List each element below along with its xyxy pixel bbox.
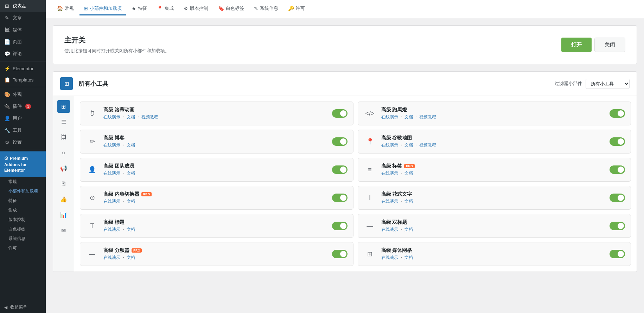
widget-pro-badge-tags: PRO bbox=[404, 164, 415, 168]
tab-integrations[interactable]: 📍 集成 bbox=[153, 2, 178, 15]
widget-link-divider-0[interactable]: 在线演示 bbox=[103, 255, 120, 261]
sidebar-item-users[interactable]: 👤 用户 bbox=[0, 112, 46, 124]
widget-toggle-team[interactable] bbox=[332, 165, 347, 174]
widget-info-lottie: 高级 洛蒂动画在线演示・文档・视频教程 bbox=[103, 107, 327, 120]
widget-link-media-grid-0[interactable]: 在线演示 bbox=[381, 255, 398, 261]
divider-1 bbox=[0, 61, 46, 61]
tab-sysinfo[interactable]: ✎ 系统信息 bbox=[250, 2, 282, 15]
icon-sidebar-grid[interactable]: ⊞ bbox=[57, 100, 70, 113]
widget-pro-badge-content-switcher: PRO bbox=[141, 192, 152, 196]
sidebar-item-media[interactable]: 🖼 媒体 bbox=[0, 24, 46, 36]
widget-link-title-1[interactable]: 文档 bbox=[127, 227, 135, 233]
widget-link-content-switcher-0[interactable]: 在线演示 bbox=[103, 198, 120, 204]
widget-link-fancy-text-1[interactable]: 文档 bbox=[404, 198, 413, 204]
sidebar-sub-widgets[interactable]: 小部件和加载项 bbox=[0, 187, 46, 196]
widget-link-blog-0[interactable]: 在线演示 bbox=[103, 142, 120, 148]
widget-link-ticker-0[interactable]: 在线演示 bbox=[381, 114, 398, 120]
widget-card-maps: 📍高级 谷歌地图在线演示・文档・视频教程 bbox=[358, 130, 631, 154]
widget-link-team-0[interactable]: 在线演示 bbox=[103, 170, 120, 176]
widget-link-ticker-2[interactable]: 视频教程 bbox=[419, 114, 436, 120]
widget-link-fancy-text-0[interactable]: 在线演示 bbox=[381, 198, 398, 204]
widget-toggle-fancy-text[interactable] bbox=[610, 194, 625, 202]
widget-link-maps-2[interactable]: 视频教程 bbox=[419, 142, 436, 148]
sidebar-item-plugins[interactable]: 🔌 插件 1 bbox=[0, 100, 46, 112]
widget-link-dual-header-1[interactable]: 文档 bbox=[404, 227, 413, 233]
sidebar-item-appearance[interactable]: 🎨 外观 bbox=[0, 89, 46, 100]
widget-card-team: 👤高级 团队成员在线演示・文档 bbox=[80, 158, 353, 182]
widget-link-lottie-2[interactable]: 视频教程 bbox=[141, 114, 158, 120]
sidebar-item-elementor[interactable]: ⚡ Elementor bbox=[0, 63, 46, 74]
widget-toggle-maps[interactable] bbox=[610, 137, 625, 146]
widget-link-maps-0[interactable]: 在线演示 bbox=[381, 142, 398, 148]
sidebar-sub-whitelist[interactable]: 白色标签 bbox=[0, 224, 46, 234]
icon-sidebar-megaphone[interactable]: 📢 bbox=[57, 162, 70, 175]
sidebar-item-tools[interactable]: 🔧 工具 bbox=[0, 124, 46, 136]
tab-license[interactable]: 🔑 许可 bbox=[284, 2, 309, 15]
widget-links-dual-header: 在线演示・文档 bbox=[381, 227, 605, 233]
widget-link-ticker-1[interactable]: 文档 bbox=[404, 114, 413, 120]
sidebar-sub-features[interactable]: 特征 bbox=[0, 196, 46, 206]
widget-links-title: 在线演示・文档 bbox=[103, 227, 327, 233]
widget-toggle-media-grid[interactable] bbox=[610, 250, 625, 258]
widget-toggle-title[interactable] bbox=[332, 222, 347, 230]
widget-info-divider: 高级 分频器PRO在线演示・文档 bbox=[103, 247, 327, 261]
sidebar-sub-integrations[interactable]: 集成 bbox=[0, 206, 46, 215]
widget-link-dual-header-0[interactable]: 在线演示 bbox=[381, 227, 398, 233]
widget-link-blog-1[interactable]: 文档 bbox=[127, 142, 135, 148]
comments-icon: 💬 bbox=[4, 51, 10, 57]
sidebar-sub-license[interactable]: 许可 bbox=[0, 243, 46, 253]
tab-general[interactable]: 🏠 常规 bbox=[53, 2, 78, 15]
sidebar-item-templates[interactable]: 📋 Templates bbox=[0, 74, 46, 85]
widget-links-tags: 在线演示・文档 bbox=[381, 170, 605, 176]
widget-link-tags-0[interactable]: 在线演示 bbox=[381, 170, 398, 176]
widget-info-ticker: 高级 跑馬燈在线演示・文档・视频教程 bbox=[381, 107, 605, 120]
master-switch-off-button[interactable]: 关闭 bbox=[594, 38, 625, 52]
widget-toggle-divider[interactable] bbox=[332, 250, 347, 258]
widget-link-maps-1[interactable]: 文档 bbox=[404, 142, 413, 148]
icon-sidebar-chart[interactable]: 📊 bbox=[57, 208, 70, 221]
sidebar-premium-addons[interactable]: ⊙ Premium Addons for Elementor bbox=[0, 151, 46, 177]
icon-sidebar-image[interactable]: 🖼 bbox=[57, 131, 70, 144]
widget-toggle-ticker[interactable] bbox=[610, 109, 625, 118]
sidebar-item-comments[interactable]: 💬 评论 bbox=[0, 48, 46, 60]
widget-link-media-grid-1[interactable]: 文档 bbox=[404, 255, 413, 261]
master-switch-on-button[interactable]: 打开 bbox=[561, 38, 592, 52]
link-separator: ・ bbox=[121, 114, 126, 120]
widget-link-content-switcher-1[interactable]: 文档 bbox=[127, 198, 135, 204]
sidebar-item-settings[interactable]: ⚙ 设置 bbox=[0, 136, 46, 148]
icon-sidebar-text[interactable]: ☰ bbox=[57, 116, 70, 128]
widget-info-tags: 高级 标签PRO在线演示・文档 bbox=[381, 163, 605, 176]
widget-link-tags-1[interactable]: 文档 bbox=[404, 170, 413, 176]
sidebar-item-posts[interactable]: ✎ 文章 bbox=[0, 12, 46, 24]
sidebar-sub-general[interactable]: 常规 bbox=[0, 177, 46, 187]
filter-label: 过滤器小部件 bbox=[555, 80, 582, 87]
widgets-filter: 过滤器小部件 所有小工具已启用已禁用PRO bbox=[555, 79, 630, 89]
icon-sidebar-thumbsup[interactable]: 👍 bbox=[57, 193, 70, 206]
widget-link-lottie-0[interactable]: 在线演示 bbox=[103, 114, 120, 120]
sidebar-item-dashboard[interactable]: ⊞ 仪表盘 bbox=[0, 0, 46, 12]
icon-sidebar-copy[interactable]: ⎘ bbox=[57, 177, 70, 190]
tab-whitelist[interactable]: 🔖 白色标签 bbox=[214, 2, 248, 15]
sidebar-item-pages[interactable]: 📄 页面 bbox=[0, 36, 46, 48]
sidebar-sub-version[interactable]: 版本控制 bbox=[0, 215, 46, 224]
icon-sidebar-envelope[interactable]: ✉ bbox=[57, 224, 70, 236]
tab-widgets[interactable]: ⊞ 小部件和加载项 bbox=[79, 2, 126, 15]
collapse-menu[interactable]: ◀ 收起菜单 bbox=[0, 301, 46, 313]
widget-link-divider-1[interactable]: 文档 bbox=[127, 255, 135, 261]
sidebar-sub-sysinfo[interactable]: 系统信息 bbox=[0, 234, 46, 243]
widget-toggle-lottie[interactable] bbox=[332, 109, 347, 118]
icon-sidebar-circle[interactable]: ○ bbox=[57, 146, 70, 159]
widget-link-title-0[interactable]: 在线演示 bbox=[103, 227, 120, 233]
widget-toggle-content-switcher[interactable] bbox=[332, 194, 347, 202]
widget-card-blog: ✏高级 博客在线演示・文档 bbox=[80, 130, 353, 154]
filter-select[interactable]: 所有小工具已启用已禁用PRO bbox=[586, 79, 630, 89]
widget-link-lottie-1[interactable]: 文档 bbox=[127, 114, 135, 120]
link-separator: ・ bbox=[414, 142, 418, 148]
widget-toggle-dual-header[interactable] bbox=[610, 222, 625, 230]
widget-link-team-1[interactable]: 文档 bbox=[127, 170, 135, 176]
tab-version[interactable]: ⚙ 版本控制 bbox=[179, 2, 212, 15]
widget-toggle-blog[interactable] bbox=[332, 137, 347, 146]
widget-info-dual-header: 高级 双标题在线演示・文档 bbox=[381, 219, 605, 233]
tab-features[interactable]: ★ 特征 bbox=[127, 2, 151, 15]
widget-toggle-tags[interactable] bbox=[610, 165, 625, 174]
